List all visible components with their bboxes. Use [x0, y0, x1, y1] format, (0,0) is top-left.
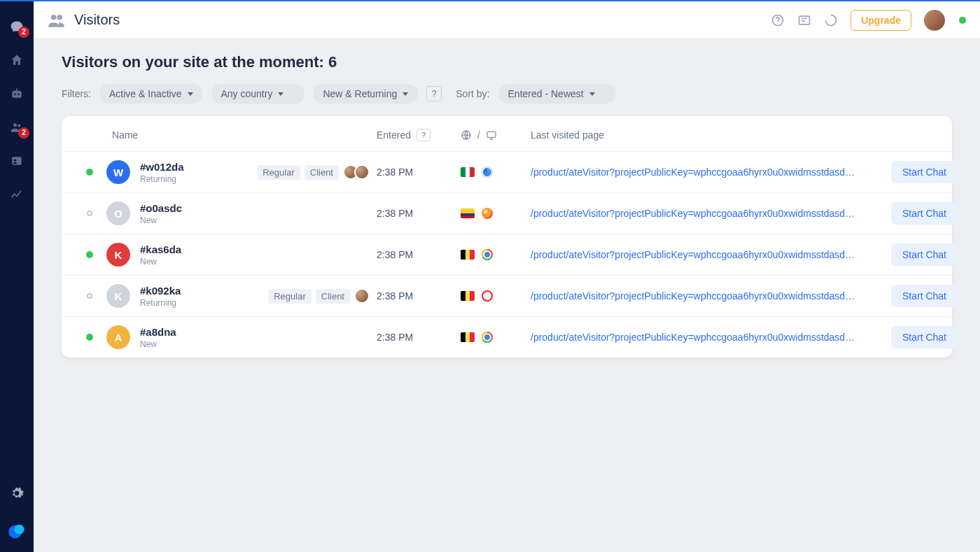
- col-geo: /: [461, 129, 531, 141]
- last-visited-link[interactable]: /product/ateVisitor?projectPublicKey=wph…: [531, 290, 860, 302]
- svg-point-1: [14, 94, 16, 96]
- last-visited-link[interactable]: /product/ateVisitor?projectPublicKey=wph…: [531, 167, 860, 178]
- nav-contacts[interactable]: [0, 144, 34, 178]
- id-card-icon: [10, 154, 24, 168]
- filters-label: Filters:: [62, 88, 91, 99]
- svg-point-7: [14, 160, 16, 162]
- top-accent: [0, 0, 34, 1]
- status-dot: [86, 169, 93, 176]
- svg-rect-15: [487, 132, 496, 137]
- start-chat-button[interactable]: Start Chat: [891, 161, 958, 183]
- chart-line-icon: [10, 187, 24, 201]
- flag-icon: [461, 332, 475, 342]
- table-row[interactable]: K#k092kaReturningRegularClient2:38 PM/pr…: [62, 275, 952, 316]
- news-icon[interactable]: [797, 13, 811, 27]
- svg-point-5: [18, 125, 20, 127]
- entered-time: 2:38 PM: [377, 290, 461, 302]
- visitor-tag: Client: [304, 165, 339, 180]
- start-chat-button[interactable]: Start Chat: [891, 285, 958, 307]
- svg-point-2: [18, 94, 20, 96]
- topbar: Visitors Upgrade: [34, 0, 980, 39]
- sidebar: 2 2: [0, 0, 34, 552]
- filters-bar: Filters: Active & Inactive Any country N…: [62, 84, 952, 104]
- entered-time: 2:38 PM: [377, 208, 461, 219]
- svg-point-11: [57, 14, 63, 20]
- browser-icon: [482, 290, 493, 302]
- table-row[interactable]: K#kas6daNew2:38 PM/product/ateVisitor?pr…: [62, 234, 952, 275]
- nav-bot[interactable]: [0, 77, 34, 111]
- last-visited-link[interactable]: /product/ateVisitor?projectPublicKey=wph…: [531, 249, 860, 260]
- last-visited-link[interactable]: /product/ateVisitor?projectPublicKey=wph…: [531, 332, 860, 343]
- status-dot: [86, 251, 93, 258]
- nav-settings[interactable]: [0, 476, 34, 510]
- bot-icon: [10, 87, 24, 101]
- start-chat-button[interactable]: Start Chat: [891, 202, 958, 225]
- heading-text: Visitors on your site at the moment:: [62, 53, 328, 71]
- filter-type[interactable]: New & Returning: [313, 84, 418, 104]
- visitor-tag: Regular: [268, 289, 312, 304]
- visitor-type: Returning: [140, 298, 181, 308]
- filter-country[interactable]: Any country: [211, 84, 305, 104]
- browser-icon: [482, 332, 493, 343]
- visitor-avatar: O: [106, 201, 130, 225]
- main-content: Visitors on your site at the moment: 6 F…: [34, 39, 980, 552]
- visitor-id: #w012da: [140, 161, 184, 173]
- operator-avatars: [343, 164, 370, 180]
- browser-icon: [482, 208, 493, 219]
- browser-icon: [482, 249, 493, 260]
- sort-label: Sort by:: [456, 88, 489, 99]
- home-icon: [10, 53, 24, 67]
- visitor-avatar: A: [106, 325, 130, 349]
- filter-activity[interactable]: Active & Inactive: [99, 84, 203, 104]
- operator-avatars: [354, 288, 370, 304]
- desktop-icon: [486, 129, 497, 141]
- visitor-avatar: K: [106, 243, 130, 267]
- visitor-type: New: [140, 215, 182, 225]
- help-icon[interactable]: [771, 13, 785, 27]
- nav-analytics[interactable]: [0, 178, 34, 211]
- globe-icon: [461, 129, 472, 141]
- table-row[interactable]: A#a8dnaNew2:38 PM/product/ateVisitor?pro…: [62, 316, 952, 358]
- flag-icon: [461, 291, 475, 301]
- entered-time: 2:38 PM: [377, 332, 461, 343]
- start-chat-button[interactable]: Start Chat: [891, 243, 958, 266]
- flag-icon: [461, 250, 475, 260]
- visitor-avatar: W: [106, 160, 130, 184]
- nav-chat[interactable]: 2: [0, 10, 34, 43]
- table-header: Name Entered ? / Last visited page: [62, 116, 952, 151]
- col-name: Name: [104, 129, 377, 141]
- flag-icon: [461, 208, 475, 218]
- table-row[interactable]: W#w012daReturningRegularClient2:38 PM/pr…: [62, 151, 952, 192]
- status-dot: [87, 293, 92, 299]
- start-chat-button[interactable]: Start Chat: [891, 326, 958, 348]
- nav-people[interactable]: 2: [0, 111, 34, 144]
- visitor-count: 6: [328, 53, 337, 71]
- browser-icon: [482, 167, 493, 178]
- nav-home[interactable]: [0, 43, 34, 77]
- svg-rect-3: [16, 89, 18, 91]
- logo-icon: [7, 521, 27, 541]
- svg-point-9: [15, 525, 24, 535]
- brand-logo[interactable]: [0, 510, 34, 552]
- col-entered: Entered ?: [377, 129, 461, 141]
- upgrade-button[interactable]: Upgrade: [850, 10, 911, 31]
- loading-icon[interactable]: [824, 13, 838, 27]
- visitor-type: New: [140, 257, 181, 267]
- entered-time: 2:38 PM: [377, 167, 461, 178]
- sort-select[interactable]: Entered - Newest: [498, 84, 616, 104]
- table-row[interactable]: O#o0asdcNew2:38 PM/product/ateVisitor?pr…: [62, 192, 952, 234]
- filters-help[interactable]: ?: [426, 86, 442, 101]
- page-heading: Visitors on your site at the moment: 6: [62, 53, 952, 71]
- visitor-id: #k092ka: [140, 285, 181, 297]
- last-visited-link[interactable]: /product/ateVisitor?projectPublicKey=wph…: [531, 208, 860, 219]
- page-title: Visitors: [74, 12, 120, 28]
- visitors-table: Name Entered ? / Last visited page W#w01…: [62, 116, 952, 358]
- svg-rect-0: [12, 91, 21, 98]
- chevron-down-icon: [188, 92, 193, 96]
- entered-help[interactable]: ?: [416, 129, 430, 141]
- chevron-down-icon: [589, 92, 595, 96]
- visitor-avatar: K: [106, 284, 130, 308]
- current-user-avatar[interactable]: [924, 10, 945, 31]
- nav-chat-badge: 2: [18, 27, 29, 38]
- visitor-id: #a8dna: [140, 326, 176, 338]
